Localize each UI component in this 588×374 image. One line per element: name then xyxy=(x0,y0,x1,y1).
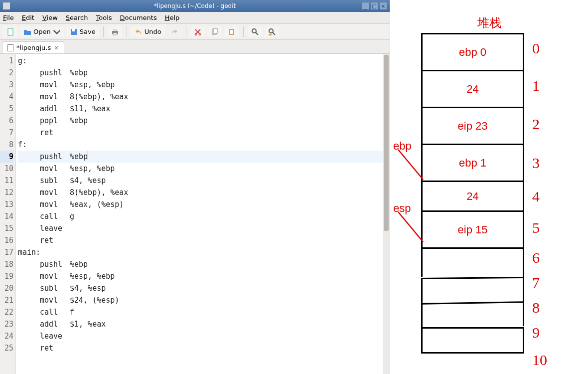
tabstrip: *lipengju.s × xyxy=(0,40,390,54)
scissors-icon xyxy=(194,28,202,36)
scrollbar-thumb[interactable] xyxy=(384,55,389,231)
line-number: 18 xyxy=(0,258,13,270)
menu-file[interactable]: File xyxy=(3,14,14,21)
code-line[interactable]: pushl%ebp xyxy=(18,67,390,79)
line-number: 10 xyxy=(0,163,13,175)
menu-help[interactable]: Help xyxy=(165,14,180,21)
stack-cell xyxy=(421,247,524,277)
code-line[interactable]: movl%esp, %ebp xyxy=(18,270,390,282)
code-line[interactable]: main: xyxy=(18,246,390,258)
window-title: *lipengju.s (~/Code) - gedit xyxy=(154,2,236,9)
copy-button[interactable] xyxy=(207,26,222,37)
line-number: 14 xyxy=(0,210,13,222)
undo-button[interactable]: Undo xyxy=(131,26,165,37)
folder-icon xyxy=(23,28,31,36)
stack-index: 2 xyxy=(532,116,540,133)
code-line[interactable]: addl$11, %eax xyxy=(18,103,390,115)
svg-line-14 xyxy=(398,150,423,180)
code-line[interactable]: pushl%ebp xyxy=(18,258,390,270)
code-line[interactable]: leave xyxy=(18,330,390,342)
document-icon xyxy=(7,44,13,51)
code-line[interactable]: subl$4, %esp xyxy=(18,175,390,187)
vertical-scrollbar[interactable] xyxy=(383,54,390,374)
line-number: 23 xyxy=(0,318,13,330)
code-line[interactable]: ret xyxy=(18,342,390,354)
print-button[interactable] xyxy=(108,26,123,37)
stack-index: 1 xyxy=(532,77,540,94)
find-button[interactable] xyxy=(248,26,263,37)
code-line[interactable]: ret xyxy=(18,127,390,139)
code-line[interactable]: leave xyxy=(18,222,390,234)
menu-edit[interactable]: Edit xyxy=(22,14,34,21)
line-number: 4 xyxy=(0,91,13,103)
menubar: File Edit View Search Tools Documents He… xyxy=(0,12,390,24)
text-cursor xyxy=(88,151,88,160)
cut-button[interactable] xyxy=(190,26,205,37)
stack-index: 9 xyxy=(532,324,540,341)
svg-rect-0 xyxy=(8,28,13,35)
code-line[interactable]: pushl%ebp xyxy=(18,151,390,163)
stack-index: 3 xyxy=(532,155,540,172)
svg-point-13 xyxy=(269,29,273,33)
code-line[interactable]: movl%esp, %ebp xyxy=(18,163,390,175)
menu-documents[interactable]: Documents xyxy=(120,14,157,21)
code-line[interactable]: f: xyxy=(18,139,390,151)
code-line[interactable]: addl$1, %eax xyxy=(18,318,390,330)
code-area[interactable]: g:pushl%ebpmovl%esp, %ebpmovl8(%ebp), %e… xyxy=(16,54,390,374)
ebp-pointer-line xyxy=(397,149,427,184)
code-line[interactable]: movl8(%ebp), %eax xyxy=(18,187,390,198)
code-line[interactable]: g: xyxy=(18,55,390,67)
find-replace-button[interactable] xyxy=(265,26,280,37)
svg-line-15 xyxy=(398,212,423,242)
line-number: 17 xyxy=(0,246,13,258)
code-line[interactable]: movl%esp, %ebp xyxy=(18,79,390,91)
line-number: 11 xyxy=(0,175,13,187)
line-number: 12 xyxy=(0,187,13,198)
code-line[interactable]: movl$24, (%esp) xyxy=(18,294,390,306)
svg-rect-11 xyxy=(230,30,233,34)
save-button[interactable]: Save xyxy=(66,26,99,37)
save-label: Save xyxy=(80,28,96,35)
stack-index: 6 xyxy=(532,249,540,266)
redo-button[interactable] xyxy=(167,26,182,37)
stack-index: 7 xyxy=(532,274,540,291)
line-number: 24 xyxy=(0,330,13,342)
maximize-button[interactable]: □ xyxy=(371,2,378,9)
stack-cell: ebp 1 xyxy=(421,144,524,181)
code-line[interactable]: subl$4, %esp xyxy=(18,282,390,294)
open-button[interactable]: Open xyxy=(20,26,64,37)
svg-rect-4 xyxy=(113,29,117,31)
code-line[interactable]: movl8(%ebp), %eax xyxy=(18,91,390,103)
menu-search[interactable]: Search xyxy=(66,14,88,21)
editor[interactable]: 1234567891011121314151617181920212223242… xyxy=(0,54,390,374)
code-line[interactable]: callg xyxy=(18,210,390,222)
line-number: 25 xyxy=(0,342,13,354)
document-tab[interactable]: *lipengju.s × xyxy=(2,41,64,53)
code-line[interactable]: popl%ebp xyxy=(18,115,390,127)
code-line[interactable]: movl%eax, (%esp) xyxy=(18,198,390,210)
line-number: 8 xyxy=(0,139,13,151)
redo-icon xyxy=(170,28,178,36)
menu-tools[interactable]: Tools xyxy=(96,14,112,21)
stack-diagram: 堆栈 ebp 024eip 23ebp 124eip 15 ebp esp 01… xyxy=(390,0,588,374)
stack-title: 堆栈 xyxy=(390,15,588,31)
svg-rect-9 xyxy=(213,28,217,33)
new-button[interactable] xyxy=(3,26,18,37)
stack-index: 5 xyxy=(532,219,540,236)
chevron-down-icon xyxy=(53,28,61,36)
minimize-button[interactable]: _ xyxy=(362,2,369,9)
paste-button[interactable] xyxy=(224,26,239,37)
stack-cell: eip 15 xyxy=(421,210,524,247)
titlebar[interactable]: *lipengju.s (~/Code) - gedit _ □ × xyxy=(0,0,390,12)
code-line[interactable]: ret xyxy=(18,234,390,246)
tab-close-icon[interactable]: × xyxy=(54,44,59,51)
close-button[interactable]: × xyxy=(380,2,387,9)
stack-cells: ebp 024eip 23ebp 124eip 15 xyxy=(421,33,524,354)
svg-rect-2 xyxy=(72,29,75,31)
stack-index: 4 xyxy=(532,188,540,205)
line-number: 21 xyxy=(0,294,13,306)
line-number: 19 xyxy=(0,270,13,282)
app-icon xyxy=(3,2,10,9)
menu-view[interactable]: View xyxy=(42,14,58,21)
code-line[interactable]: callf xyxy=(18,306,390,318)
